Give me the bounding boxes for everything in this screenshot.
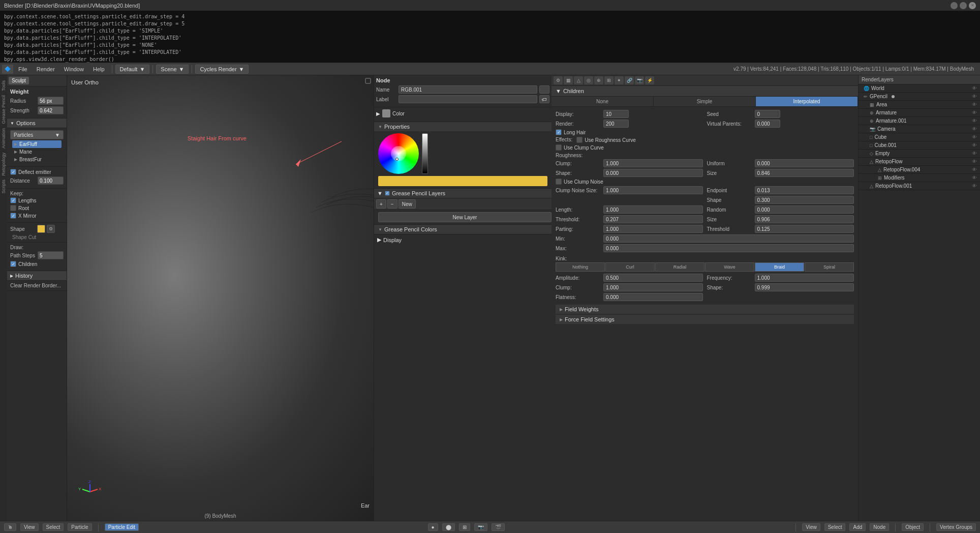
history-header[interactable]: ▶ History [7,271,67,281]
layout-dropdown[interactable]: Default ▼ [115,65,150,74]
particle-earfluff[interactable]: ▶ EarFluff [12,140,62,148]
kink-braid[interactable]: Braid [755,262,804,272]
clump-val[interactable]: 1.000 [603,159,703,167]
min-val[interactable]: 0.000 [603,234,854,243]
tab-simple[interactable]: Simple [654,97,756,106]
shape-prop-val[interactable]: 0.000 [603,169,703,177]
path-steps-input[interactable]: 5 [38,251,64,259]
world-eye[interactable]: 👁 [972,85,977,91]
threshold-val[interactable]: 0.207 [603,215,703,223]
minimize-button[interactable]: — [951,2,958,9]
flatness-val[interactable]: 0.000 [603,293,703,301]
sb-draw-type[interactable]: ⬤ [442,523,455,531]
shape-icon-btn[interactable]: ⚙ [47,225,55,233]
xmirror-checkbox[interactable] [10,213,16,219]
clump-noise-cb[interactable] [556,179,562,185]
outliner-retopoflow001[interactable]: △ RetopoFlow.001 👁 [859,182,980,190]
lengths-checkbox[interactable] [10,197,16,203]
vp-prop-val[interactable]: 0.000 [755,120,780,128]
particles-dropdown[interactable]: Particles ▼ [10,130,64,139]
node-label-input[interactable] [399,95,537,103]
node-label-icon[interactable]: 🏷 [539,95,549,103]
scene-dropdown[interactable]: Scene ▼ [156,65,189,74]
gpl-remove-btn[interactable]: − [387,199,397,209]
statusbar-mode-btn[interactable]: Particle Edit [105,523,139,531]
endpoint-val[interactable]: 0.013 [755,186,854,194]
color-wheel[interactable] [378,133,419,174]
otb-btn-1[interactable]: ⚙ [554,76,563,84]
outliner-retopoflow[interactable]: △ RetopoFlow 👁 [859,158,980,166]
kink-wave[interactable]: Wave [705,262,754,272]
gpencil-eye[interactable]: 👁 [972,94,977,99]
menu-render[interactable]: Render [33,65,59,73]
gpl-new-layer-btn[interactable]: New Layer [378,212,552,222]
otb-btn-4[interactable]: ◎ [584,76,593,84]
clump-curve-cb[interactable] [556,144,562,151]
parting-val[interactable]: 1.000 [603,225,703,233]
sb-select2-btn[interactable]: Select [824,523,846,531]
sb-view2-btn[interactable]: View [802,523,820,531]
options-header[interactable]: ▼ Options [7,119,67,128]
shape3-val[interactable]: 0.999 [755,283,854,291]
length-val[interactable]: 1.000 [603,205,703,214]
kink-radial[interactable]: Radial [655,262,705,272]
value-bar[interactable] [422,133,428,174]
rtf-eye[interactable]: 👁 [972,159,977,164]
rtf004-eye[interactable]: 👁 [972,167,977,172]
outliner-armature[interactable]: ⊕ Armature 👁 [859,109,980,117]
particle-mane[interactable]: ▶ Mane [12,148,62,156]
otb-btn-3[interactable]: △ [574,76,583,84]
properties-header[interactable]: ▼ Properties [374,122,552,131]
otb-btn-7[interactable]: ✦ [615,76,624,84]
statusbar-particle-btn[interactable]: Particle [68,523,91,531]
particle-breastfur[interactable]: ▶ BreastFur [12,156,62,163]
mod-eye[interactable]: 👁 [972,175,977,181]
viewport-corner-btn[interactable] [364,77,372,84]
clear-render-btn[interactable]: Clear Render Border... [10,283,64,288]
random-val[interactable]: 0.000 [755,205,854,214]
gp-layers-checkbox[interactable] [385,191,390,196]
display-header[interactable]: ▶ Display [377,235,548,244]
long-hair-checkbox[interactable] [556,129,562,135]
sb-render[interactable]: 🎬 [492,523,505,531]
otb-btn-2[interactable]: ▦ [564,76,573,84]
radius-input[interactable]: 56 px [38,97,64,105]
outliner-armature001[interactable]: ⊕ Armature.001 👁 [859,117,980,125]
outliner-area[interactable]: ▦ Area 👁 [859,101,980,109]
area-eye[interactable]: 👁 [972,102,977,107]
sb-add-btn[interactable]: Add [849,523,866,531]
viewport[interactable]: User Ortho Staight Hair From curve Ear X… [67,75,374,521]
size2-val[interactable]: 0.906 [755,215,854,223]
cube001-eye[interactable]: 👁 [972,142,977,148]
kink-spiral[interactable]: Spiral [805,262,854,272]
statusbar-view-btn[interactable]: View [20,523,39,531]
frequency-val[interactable]: 1.000 [755,274,854,282]
otb-btn-9[interactable]: 📷 [635,76,644,84]
outliner-cube[interactable]: □ Cube 👁 [859,133,980,141]
menu-file[interactable]: File [14,65,32,73]
cn-size-val[interactable]: 1.000 [603,186,703,194]
tab-interpolated[interactable]: Interpolated [756,97,858,106]
otb-btn-10[interactable]: ⚡ [645,76,654,84]
shape2-val[interactable]: 0.300 [755,196,854,204]
amplitude-val[interactable]: 0.500 [603,274,703,282]
sculpt-mode-btn[interactable]: Sculpt [9,77,29,84]
deflect-checkbox[interactable] [10,169,16,175]
arm001-eye[interactable]: 👁 [972,118,977,124]
field-weights-header[interactable]: ▶ Field Weights [556,305,854,314]
arm-eye[interactable]: 👁 [972,110,977,115]
display-prop-val[interactable]: 10 [603,110,629,118]
root-checkbox[interactable] [10,205,16,211]
render-prop-val[interactable]: 200 [603,120,629,128]
outliner-modifiers[interactable]: ⊞ Modifiers 👁 [859,174,980,182]
close-button[interactable]: ✕ [969,2,976,9]
node-name-input[interactable]: RGB.001 [399,85,537,94]
sb-object-btn[interactable]: Object [902,523,924,531]
statusbar-select-btn[interactable]: Select [43,523,64,531]
outliner-world[interactable]: 🌐 World 👁 [859,84,980,93]
cam-eye[interactable]: 👁 [972,126,977,132]
distance-input[interactable]: 0.100 [38,176,64,185]
outliner-gpencil[interactable]: ✏ GPencil 👁 [859,93,980,101]
outliner-cube001[interactable]: □ Cube.001 👁 [859,141,980,150]
clump2-val[interactable]: 1.000 [603,283,703,291]
